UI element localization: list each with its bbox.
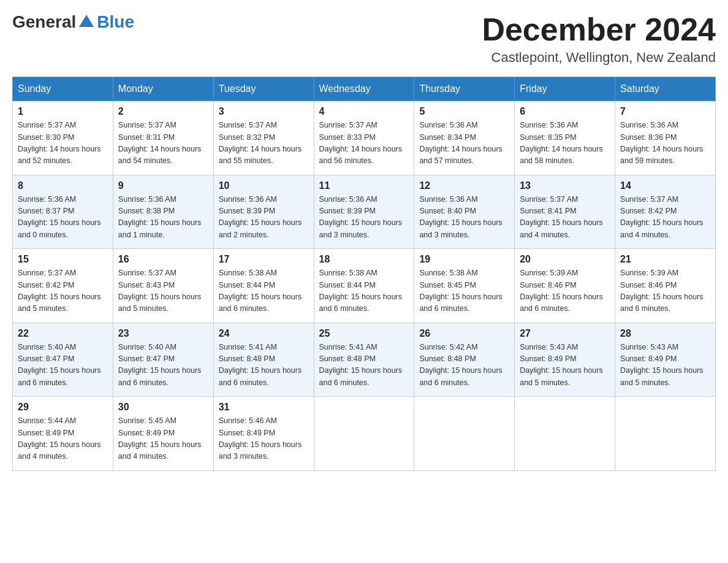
day-cell: 4Sunrise: 5:37 AMSunset: 8:33 PMDaylight…	[314, 101, 414, 175]
day-cell: 7Sunrise: 5:36 AMSunset: 8:36 PMDaylight…	[615, 101, 716, 175]
day-info: Sunrise: 5:37 AMSunset: 8:31 PMDaylight:…	[118, 120, 208, 167]
day-cell: 10Sunrise: 5:36 AMSunset: 8:39 PMDayligh…	[213, 175, 314, 249]
day-cell: 13Sunrise: 5:37 AMSunset: 8:41 PMDayligh…	[515, 175, 615, 249]
week-row-4: 22Sunrise: 5:40 AMSunset: 8:47 PMDayligh…	[13, 323, 716, 397]
week-row-1: 1Sunrise: 5:37 AMSunset: 8:30 PMDaylight…	[13, 101, 716, 175]
day-cell: 23Sunrise: 5:40 AMSunset: 8:47 PMDayligh…	[113, 323, 213, 397]
day-number: 11	[319, 180, 409, 191]
day-info: Sunrise: 5:46 AMSunset: 8:49 PMDaylight:…	[219, 415, 309, 463]
month-title: December 2024	[482, 12, 716, 47]
location-title: Castlepoint, Wellington, New Zealand	[482, 50, 716, 66]
day-info: Sunrise: 5:41 AMSunset: 8:48 PMDaylight:…	[219, 342, 309, 389]
day-cell: 28Sunrise: 5:43 AMSunset: 8:49 PMDayligh…	[615, 323, 716, 397]
week-row-5: 29Sunrise: 5:44 AMSunset: 8:49 PMDayligh…	[13, 397, 716, 471]
logo: General Blue	[12, 12, 134, 32]
logo-blue-text: Blue	[97, 12, 134, 32]
day-info: Sunrise: 5:43 AMSunset: 8:49 PMDaylight:…	[620, 342, 710, 389]
day-number: 19	[419, 254, 509, 265]
day-cell: 12Sunrise: 5:36 AMSunset: 8:40 PMDayligh…	[414, 175, 515, 249]
day-info: Sunrise: 5:37 AMSunset: 8:42 PMDaylight:…	[620, 194, 710, 242]
day-cell: 11Sunrise: 5:36 AMSunset: 8:39 PMDayligh…	[314, 175, 414, 249]
weekday-header-row: SundayMondayTuesdayWednesdayThursdayFrid…	[13, 77, 716, 101]
day-number: 27	[520, 328, 610, 339]
day-number: 23	[118, 328, 208, 339]
day-info: Sunrise: 5:40 AMSunset: 8:47 PMDaylight:…	[118, 342, 208, 389]
day-info: Sunrise: 5:40 AMSunset: 8:47 PMDaylight:…	[18, 342, 108, 389]
day-cell: 15Sunrise: 5:37 AMSunset: 8:42 PMDayligh…	[13, 249, 113, 323]
day-cell	[515, 397, 615, 471]
day-number: 7	[620, 106, 710, 117]
day-info: Sunrise: 5:36 AMSunset: 8:39 PMDaylight:…	[219, 194, 309, 242]
svg-marker-0	[79, 15, 94, 27]
day-cell: 22Sunrise: 5:40 AMSunset: 8:47 PMDayligh…	[13, 323, 113, 397]
day-cell: 17Sunrise: 5:38 AMSunset: 8:44 PMDayligh…	[213, 249, 314, 323]
day-number: 17	[219, 254, 309, 265]
day-cell: 25Sunrise: 5:41 AMSunset: 8:48 PMDayligh…	[314, 323, 414, 397]
weekday-header-monday: Monday	[113, 77, 213, 101]
day-info: Sunrise: 5:41 AMSunset: 8:48 PMDaylight:…	[319, 342, 409, 389]
day-number: 5	[419, 106, 509, 117]
title-area: December 2024 Castlepoint, Wellington, N…	[482, 12, 716, 66]
day-cell: 9Sunrise: 5:36 AMSunset: 8:38 PMDaylight…	[113, 175, 213, 249]
week-row-2: 8Sunrise: 5:36 AMSunset: 8:37 PMDaylight…	[13, 175, 716, 249]
day-cell: 1Sunrise: 5:37 AMSunset: 8:30 PMDaylight…	[13, 101, 113, 175]
day-cell: 3Sunrise: 5:37 AMSunset: 8:32 PMDaylight…	[213, 101, 314, 175]
day-number: 12	[419, 180, 509, 191]
day-number: 8	[18, 180, 108, 191]
day-cell	[414, 397, 515, 471]
day-number: 3	[219, 106, 309, 117]
day-info: Sunrise: 5:37 AMSunset: 8:41 PMDaylight:…	[520, 194, 610, 242]
day-number: 9	[118, 180, 208, 191]
day-info: Sunrise: 5:44 AMSunset: 8:49 PMDaylight:…	[18, 415, 108, 463]
day-number: 28	[620, 328, 710, 339]
day-cell: 27Sunrise: 5:43 AMSunset: 8:49 PMDayligh…	[515, 323, 615, 397]
day-info: Sunrise: 5:38 AMSunset: 8:45 PMDaylight:…	[419, 267, 509, 315]
day-info: Sunrise: 5:37 AMSunset: 8:33 PMDaylight:…	[319, 120, 409, 167]
week-row-3: 15Sunrise: 5:37 AMSunset: 8:42 PMDayligh…	[13, 249, 716, 323]
day-number: 31	[219, 402, 309, 413]
day-number: 26	[419, 328, 509, 339]
day-cell	[314, 397, 414, 471]
day-number: 16	[118, 254, 208, 265]
day-cell: 20Sunrise: 5:39 AMSunset: 8:46 PMDayligh…	[515, 249, 615, 323]
day-info: Sunrise: 5:43 AMSunset: 8:49 PMDaylight:…	[520, 342, 610, 389]
day-info: Sunrise: 5:37 AMSunset: 8:43 PMDaylight:…	[118, 267, 208, 315]
day-number: 30	[118, 402, 208, 413]
day-number: 2	[118, 106, 208, 117]
calendar-table: SundayMondayTuesdayWednesdayThursdayFrid…	[12, 77, 716, 471]
day-cell: 14Sunrise: 5:37 AMSunset: 8:42 PMDayligh…	[615, 175, 716, 249]
logo-icon	[77, 12, 96, 32]
day-info: Sunrise: 5:36 AMSunset: 8:34 PMDaylight:…	[419, 120, 509, 167]
weekday-header-tuesday: Tuesday	[213, 77, 314, 101]
day-cell: 19Sunrise: 5:38 AMSunset: 8:45 PMDayligh…	[414, 249, 515, 323]
day-info: Sunrise: 5:36 AMSunset: 8:38 PMDaylight:…	[118, 194, 208, 242]
day-cell: 8Sunrise: 5:36 AMSunset: 8:37 PMDaylight…	[13, 175, 113, 249]
day-number: 14	[620, 180, 710, 191]
day-cell: 16Sunrise: 5:37 AMSunset: 8:43 PMDayligh…	[113, 249, 213, 323]
day-info: Sunrise: 5:36 AMSunset: 8:39 PMDaylight:…	[319, 194, 409, 242]
day-info: Sunrise: 5:38 AMSunset: 8:44 PMDaylight:…	[219, 267, 309, 315]
day-number: 6	[520, 106, 610, 117]
day-info: Sunrise: 5:36 AMSunset: 8:37 PMDaylight:…	[18, 194, 108, 242]
day-cell: 5Sunrise: 5:36 AMSunset: 8:34 PMDaylight…	[414, 101, 515, 175]
day-cell: 24Sunrise: 5:41 AMSunset: 8:48 PMDayligh…	[213, 323, 314, 397]
day-cell: 6Sunrise: 5:36 AMSunset: 8:35 PMDaylight…	[515, 101, 615, 175]
day-number: 24	[219, 328, 309, 339]
day-info: Sunrise: 5:45 AMSunset: 8:49 PMDaylight:…	[118, 415, 208, 463]
weekday-header-wednesday: Wednesday	[314, 77, 414, 101]
logo-general-text: General	[12, 12, 76, 32]
day-number: 13	[520, 180, 610, 191]
weekday-header-thursday: Thursday	[414, 77, 515, 101]
day-info: Sunrise: 5:37 AMSunset: 8:30 PMDaylight:…	[18, 120, 108, 167]
day-info: Sunrise: 5:36 AMSunset: 8:40 PMDaylight:…	[419, 194, 509, 242]
day-cell: 21Sunrise: 5:39 AMSunset: 8:46 PMDayligh…	[615, 249, 716, 323]
day-cell: 26Sunrise: 5:42 AMSunset: 8:48 PMDayligh…	[414, 323, 515, 397]
day-cell: 29Sunrise: 5:44 AMSunset: 8:49 PMDayligh…	[13, 397, 113, 471]
weekday-header-saturday: Saturday	[615, 77, 716, 101]
weekday-header-friday: Friday	[515, 77, 615, 101]
day-info: Sunrise: 5:37 AMSunset: 8:42 PMDaylight:…	[18, 267, 108, 315]
day-number: 25	[319, 328, 409, 339]
day-number: 1	[18, 106, 108, 117]
day-info: Sunrise: 5:36 AMSunset: 8:36 PMDaylight:…	[620, 120, 710, 167]
day-cell: 2Sunrise: 5:37 AMSunset: 8:31 PMDaylight…	[113, 101, 213, 175]
